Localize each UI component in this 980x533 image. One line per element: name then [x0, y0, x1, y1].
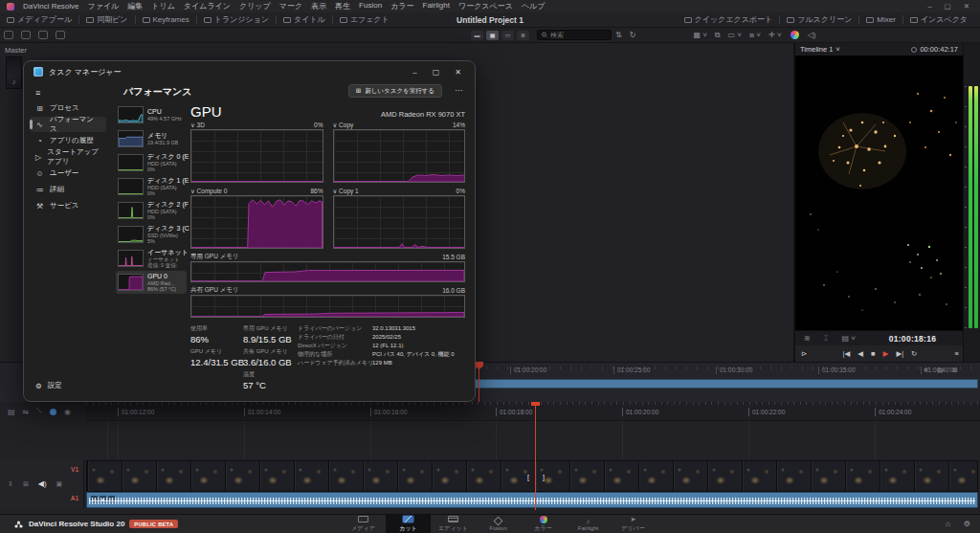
list-view-icon[interactable]: ≣: [517, 31, 529, 40]
strip-view-icon[interactable]: ▬: [471, 31, 483, 40]
tab-fusion[interactable]: Fusion: [476, 515, 521, 533]
chart-copy-chevron[interactable]: ∨: [333, 122, 338, 129]
search-input[interactable]: [550, 32, 607, 38]
stop-button[interactable]: ■: [871, 349, 876, 358]
transform-menu-icon[interactable]: ✛ ˅: [768, 31, 782, 39]
color-viewer-icon[interactable]: [791, 31, 799, 39]
menu-app-name[interactable]: DaVinci Resolve: [23, 2, 79, 11]
tm-maximize-button[interactable]: ▢: [433, 68, 440, 77]
go-to-end-button[interactable]: ▶|: [896, 349, 903, 358]
nav-hamburger-icon[interactable]: ≡: [24, 86, 112, 100]
speaker-icon[interactable]: ◁): [808, 31, 816, 39]
menu-item[interactable]: Fusion: [359, 1, 382, 11]
perf-item-cpu[interactable]: CPU49% 4.57 GHz: [116, 103, 187, 126]
overview-expand-icon[interactable]: ⧉: [952, 366, 957, 374]
nav-item-processes[interactable]: ⊞プロセス: [30, 100, 106, 116]
tab-cut[interactable]: カット: [386, 515, 431, 533]
nav-item-performance[interactable]: ∿パフォーマンス: [30, 117, 106, 132]
go-to-start-button[interactable]: |◀: [843, 349, 851, 358]
audio-track-label[interactable]: A1: [71, 495, 78, 501]
relink-icon[interactable]: [56, 31, 65, 39]
timeline-grid[interactable]: [86, 421, 980, 460]
camera-select-icon[interactable]: ▤ ˅: [842, 334, 856, 343]
track-lock-icon[interactable]: ⊠: [23, 480, 29, 488]
menu-item[interactable]: クリップ: [239, 1, 271, 11]
tool-snapping-icon[interactable]: [50, 409, 56, 415]
viewer-options-icon[interactable]: ≋: [804, 334, 811, 343]
menu-item[interactable]: カラー: [390, 1, 413, 11]
inspector-button[interactable]: インスペクタ: [903, 14, 974, 25]
track-height-icon[interactable]: ⇕: [8, 480, 13, 488]
menu-item[interactable]: 表示: [311, 1, 326, 11]
audio-clip-waveform[interactable]: ∞ ◈ ◇: [86, 492, 978, 508]
window-maximize-button[interactable]: ▢: [945, 2, 951, 11]
media-pool-button[interactable]: メディアプール: [0, 14, 78, 25]
perf-item-disk0[interactable]: ディスク 0 (EHDD (SATA)0%: [116, 151, 187, 174]
tool-trim-icon[interactable]: ⇋: [23, 408, 30, 416]
task-manager-titlebar[interactable]: タスク マネージャー – ▢ ✕: [24, 61, 475, 82]
nav-item-app-history[interactable]: ◔アプリの履歴: [30, 133, 106, 148]
viewer-video-area[interactable]: [795, 56, 965, 330]
keyframes-button[interactable]: Keyframes: [136, 15, 196, 24]
loop-button[interactable]: ↻: [911, 349, 917, 358]
window-close-button[interactable]: ✕: [964, 2, 969, 11]
track-mute-speaker-icon[interactable]: ◀): [38, 479, 47, 488]
menu-item[interactable]: タイムライン: [184, 1, 231, 11]
task-manager-window[interactable]: タスク マネージャー – ▢ ✕ ≡ ⊞プロセス ∿パフォーマンス ◔アプリの履…: [23, 60, 476, 402]
perf-item-gpu0[interactable]: GPU 0AMD Rad...86% (57 °C): [116, 271, 187, 294]
menu-item[interactable]: ファイル: [88, 1, 120, 11]
menu-item[interactable]: マーク: [279, 1, 302, 11]
chart-3d-chevron[interactable]: ∨: [190, 122, 195, 129]
nav-item-users[interactable]: ☺ユーザー: [30, 166, 106, 181]
timeline-selector[interactable]: Timeline 1: [800, 45, 833, 54]
track-solo-icon[interactable]: ▣: [56, 480, 63, 488]
tab-deliver[interactable]: ➤デリバー: [611, 515, 656, 533]
perf-item-disk1[interactable]: ディスク 1 (EHDD (SATA)0%: [116, 175, 187, 198]
video-track-label[interactable]: V1: [71, 466, 78, 473]
menu-item[interactable]: 編集: [127, 1, 143, 11]
project-settings-icon[interactable]: ⚙: [964, 520, 970, 528]
run-new-task-button[interactable]: ⊞ 新しいタスクを実行する: [348, 84, 442, 98]
tool-razor-icon[interactable]: ⟍: [36, 407, 42, 416]
tab-fairlight[interactable]: ♪Fairlight: [566, 515, 611, 533]
transport-menu-icon[interactable]: ≡: [955, 349, 959, 358]
play-button[interactable]: ▶: [883, 349, 889, 358]
nav-item-settings[interactable]: ⚙設定: [30, 378, 106, 393]
timeline-playhead[interactable]: [535, 402, 536, 510]
tab-edit[interactable]: エディット: [431, 515, 476, 533]
more-options-button[interactable]: …: [455, 83, 463, 93]
quick-export-button[interactable]: クイックエクスポート: [678, 14, 780, 25]
tm-minimize-button[interactable]: –: [412, 68, 416, 77]
menu-item[interactable]: ワークスペース: [458, 1, 513, 11]
perf-item-disk3[interactable]: ディスク 3 (CSSD (NVMe)5%: [116, 223, 187, 246]
tool-camera-icon[interactable]: ◉: [64, 408, 71, 416]
sync-bin-button[interactable]: 同期ビン: [79, 14, 134, 25]
import-folder-icon[interactable]: [21, 31, 31, 39]
menu-item[interactable]: 再生: [335, 1, 350, 11]
overlay-menu-icon[interactable]: ⧈ ˅: [749, 31, 761, 40]
perf-item-disk2[interactable]: ディスク 2 (FHDD (SATA)0%: [116, 199, 187, 222]
resolution-menu-icon[interactable]: ▭ ˅: [728, 31, 742, 39]
nav-item-services[interactable]: ⚒サービス: [30, 198, 106, 213]
timeline-selector-chevron[interactable]: ˅: [835, 45, 839, 54]
sort-icon[interactable]: ⇅: [615, 31, 622, 39]
tool-boxselect-icon[interactable]: ▤: [8, 408, 15, 416]
play-reverse-button[interactable]: ◀: [858, 349, 863, 358]
media-clip-thumbnail[interactable]: ♪: [6, 56, 22, 89]
chart-copy1-chevron[interactable]: ∨: [333, 188, 338, 195]
window-minimize-button[interactable]: –: [927, 2, 931, 11]
media-bin-label[interactable]: Master: [5, 46, 27, 55]
voiceover-mic-icon[interactable]: ⌶: [824, 334, 829, 344]
perf-item-memory[interactable]: メモリ19.4/31.9 GB: [116, 127, 187, 150]
capture-icon[interactable]: [38, 31, 48, 39]
tab-color[interactable]: カラー: [521, 515, 566, 533]
mixer-button[interactable]: Mixer: [859, 15, 902, 24]
import-media-icon[interactable]: [4, 31, 13, 39]
chart-compute-chevron[interactable]: ∨: [190, 188, 195, 195]
refresh-icon[interactable]: ↻: [630, 31, 636, 39]
menu-item[interactable]: ヘルプ: [522, 1, 546, 11]
overview-track-icon[interactable]: ▤: [937, 366, 943, 374]
titles-button[interactable]: タイトル: [277, 14, 332, 25]
nav-item-startup-apps[interactable]: ▷スタートアップ アプリ: [30, 149, 106, 165]
menu-item[interactable]: Fairlight: [423, 1, 450, 11]
